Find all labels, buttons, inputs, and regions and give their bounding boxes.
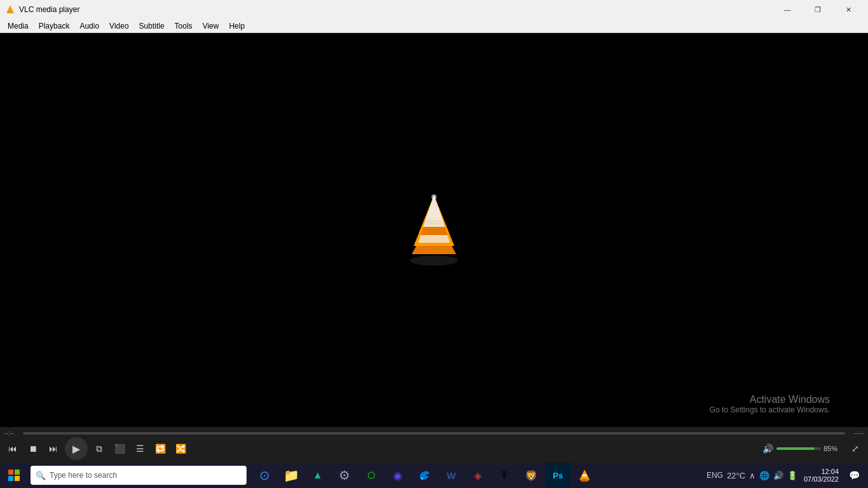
- taskbar-app-settings[interactable]: ⚙: [332, 463, 357, 488]
- taskbar-app-cortana[interactable]: ⊙: [252, 463, 277, 488]
- svg-rect-13: [8, 470, 13, 475]
- activate-line1: Activate Windows: [710, 394, 830, 405]
- extended-settings-button[interactable]: ⬛: [111, 440, 128, 458]
- taskbar-app-photoshop[interactable]: Ps: [545, 463, 571, 488]
- vlc-title-icon: [5, 4, 15, 15]
- volume-bar[interactable]: [776, 447, 821, 450]
- battery-icon[interactable]: 🔋: [787, 471, 797, 480]
- svg-marker-3: [412, 246, 456, 254]
- taskbar-app-brave[interactable]: 🦁: [519, 463, 544, 488]
- svg-marker-9: [418, 235, 450, 243]
- system-volume-icon[interactable]: 🔊: [773, 471, 783, 480]
- window-controls: — ❐ ✕: [773, 0, 863, 19]
- activate-windows-watermark: Activate Windows Go to Settings to activ…: [710, 394, 830, 414]
- search-bar[interactable]: 🔍 Type here to search: [31, 466, 247, 485]
- taskbar-apps: ⊙ 📁 ▲ ⚙ ⬡ ◉ W ◈ 🎙 🦁 Ps: [252, 463, 702, 488]
- shuffle-button[interactable]: 🔀: [172, 440, 189, 458]
- svg-point-19: [580, 479, 589, 482]
- taskbar-app-chrome-ext[interactable]: ◉: [385, 463, 410, 488]
- play-button[interactable]: ▶: [65, 437, 88, 460]
- svg-rect-11: [426, 220, 442, 226]
- svg-rect-1: [8, 11, 13, 13]
- vlc-taskbar-icon: [578, 468, 592, 482]
- title-bar: VLC media player — ❐ ✕: [0, 0, 868, 19]
- close-button[interactable]: ✕: [834, 0, 863, 19]
- temperature-label: 22°C: [727, 471, 745, 480]
- menu-view[interactable]: View: [198, 19, 224, 33]
- vlc-cone-logo: [402, 192, 466, 268]
- search-icon: 🔍: [36, 471, 46, 480]
- svg-marker-18: [582, 474, 587, 477]
- volume-icon[interactable]: 🔊: [761, 442, 774, 455]
- loop-button[interactable]: 🔁: [151, 440, 169, 458]
- fullscreen-toggle-button[interactable]: ⧉: [90, 440, 108, 458]
- taskbar-app-edge[interactable]: [412, 463, 437, 488]
- seek-time-right: --:--: [849, 430, 864, 437]
- taskbar-app-arkon[interactable]: ▲: [305, 463, 330, 488]
- taskbar-app-upwork[interactable]: ⬡: [358, 463, 384, 488]
- taskbar-app-word[interactable]: W: [438, 463, 464, 488]
- controls-bar: --:-- --:-- ⏮ ⏹ ⏭ ▶ ⧉ ⬛ ☰ 🔁 🔀: [0, 427, 868, 463]
- previous-button[interactable]: ⏮: [4, 440, 22, 458]
- menu-bar: Media Playback Audio Video Subtitle Tool…: [0, 19, 868, 33]
- keyboard-layout-icon[interactable]: ENG: [707, 471, 723, 480]
- expand-button[interactable]: ⤢: [846, 440, 864, 458]
- windows-logo-icon: [8, 470, 20, 481]
- start-button[interactable]: [0, 463, 28, 488]
- svg-point-2: [410, 255, 458, 266]
- menu-help[interactable]: Help: [224, 19, 250, 33]
- volume-fill: [776, 447, 815, 450]
- left-controls: ⏮ ⏹ ⏭ ▶ ⧉ ⬛ ☰ 🔁 🔀: [4, 437, 189, 460]
- taskbar-app-podcast[interactable]: 🎙: [492, 463, 517, 488]
- menu-tools[interactable]: Tools: [170, 19, 198, 33]
- edge-icon: [418, 469, 431, 482]
- clock-time: 12:04: [821, 468, 839, 475]
- maximize-button[interactable]: ❐: [803, 0, 832, 19]
- right-controls: 🔊 85% ⤢: [761, 440, 864, 458]
- menu-playback[interactable]: Playback: [34, 19, 75, 33]
- search-placeholder-text: Type here to search: [50, 471, 117, 480]
- stop-button[interactable]: ⏹: [24, 440, 42, 458]
- taskbar-app-vlc[interactable]: [572, 463, 597, 488]
- taskbar: 🔍 Type here to search ⊙ 📁 ▲ ⚙ ⬡ ◉ W ◈ 🎙 …: [0, 463, 868, 488]
- taskbar-app-red-app[interactable]: ◈: [465, 463, 491, 488]
- svg-rect-15: [8, 476, 13, 481]
- controls-row: ⏮ ⏹ ⏭ ▶ ⧉ ⬛ ☰ 🔁 🔀 🔊 85%: [4, 437, 864, 460]
- svg-rect-16: [15, 476, 20, 481]
- taskbar-app-files[interactable]: 📁: [278, 463, 304, 488]
- volume-label: 85%: [824, 445, 843, 452]
- svg-rect-14: [15, 470, 20, 475]
- clock-date: 07/03/2022: [804, 475, 839, 483]
- system-tray: ENG 22°C ∧ 🌐 🔊 🔋 12:04 07/03/2022 💬: [702, 466, 868, 484]
- menu-audio[interactable]: Audio: [74, 19, 104, 33]
- svg-point-10: [431, 194, 437, 200]
- seek-bar[interactable]: [23, 432, 845, 435]
- activate-line2: Go to Settings to activate Windows.: [710, 405, 830, 414]
- minimize-button[interactable]: —: [773, 0, 802, 19]
- clock-display[interactable]: 12:04 07/03/2022: [801, 468, 841, 483]
- seek-time-left: --:--: [4, 430, 19, 437]
- network-icon[interactable]: 🌐: [759, 471, 770, 480]
- next-button[interactable]: ⏭: [44, 440, 62, 458]
- menu-media[interactable]: Media: [3, 19, 34, 33]
- playlist-button[interactable]: ☰: [131, 440, 149, 458]
- menu-video[interactable]: Video: [104, 19, 133, 33]
- tray-chevron-icon[interactable]: ∧: [749, 471, 756, 480]
- volume-area: 🔊 85%: [761, 442, 843, 455]
- menu-subtitle[interactable]: Subtitle: [134, 19, 170, 33]
- video-area: Activate Windows Go to Settings to activ…: [0, 33, 868, 427]
- title-text: VLC media player: [19, 5, 773, 14]
- svg-marker-8: [421, 227, 447, 235]
- notification-center-button[interactable]: 💬: [845, 466, 863, 484]
- seek-bar-container: --:-- --:--: [4, 430, 864, 437]
